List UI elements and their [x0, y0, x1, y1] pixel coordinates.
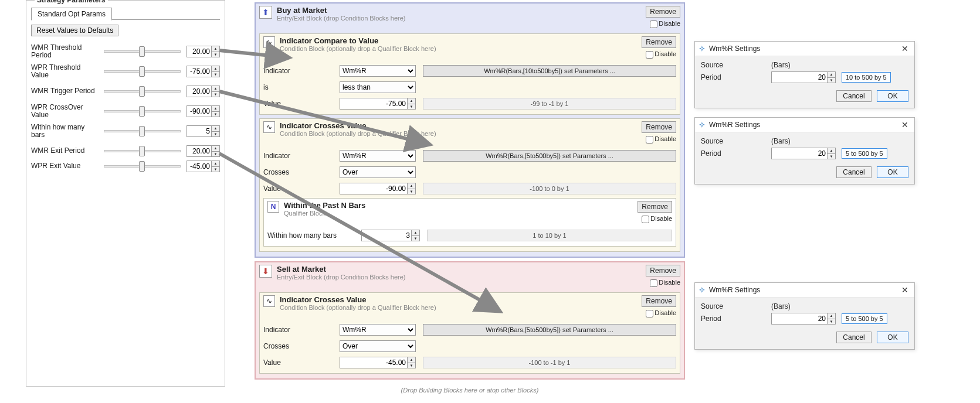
spin-up-icon[interactable]: ▲: [211, 146, 219, 152]
remove-button[interactable]: Remove: [642, 295, 676, 307]
indicator-params-button[interactable]: Wm%R(Bars,[5to500by5]) set Parameters ..…: [423, 324, 676, 336]
spin-up-icon[interactable]: ▲: [407, 357, 415, 363]
spin-down-icon[interactable]: ▼: [211, 112, 219, 117]
param-label: WPR Exit Value: [31, 162, 98, 170]
spin-down-icon[interactable]: ▼: [827, 319, 835, 325]
wmr-settings-dialog-3[interactable]: ✧ Wm%R Settings ✕ Source(Bars) Period ▲▼…: [694, 282, 915, 350]
spin-up-icon[interactable]: ▲: [407, 183, 415, 189]
wmr-threshold-period-input[interactable]: [187, 46, 211, 57]
spin-up-icon[interactable]: ▲: [211, 161, 219, 167]
period-input[interactable]: [772, 72, 827, 83]
value-input[interactable]: [340, 183, 407, 194]
disable-checkbox[interactable]: Disable: [642, 308, 676, 319]
indicator-select[interactable]: Wm%R: [340, 324, 416, 336]
close-icon[interactable]: ✕: [899, 285, 911, 295]
wmr-threshold-period-slider[interactable]: [104, 50, 181, 53]
within-bars-slider[interactable]: [104, 130, 181, 132]
spin-up-icon[interactable]: ▲: [411, 230, 419, 236]
indicator-compare-block[interactable]: ∿ Indicator Compare to Value Condition B…: [259, 33, 680, 115]
spin-down-icon[interactable]: ▼: [211, 167, 219, 172]
spin-up-icon[interactable]: ▲: [211, 106, 219, 112]
value-input[interactable]: [340, 98, 407, 109]
range-button[interactable]: -99 to -1 by 1: [423, 98, 676, 110]
ok-button[interactable]: OK: [877, 166, 908, 178]
reset-defaults-button[interactable]: Reset Values to Defaults: [31, 25, 118, 36]
wmr-settings-dialog-1[interactable]: ✧ Wm%R Settings ✕ Source(Bars) Period ▲▼…: [694, 41, 915, 108]
period-input[interactable]: [772, 313, 827, 324]
spin-down-icon[interactable]: ▼: [411, 236, 419, 241]
wmr-exit-period-input[interactable]: [187, 146, 211, 156]
remove-button[interactable]: Remove: [646, 265, 680, 276]
disable-checkbox[interactable]: Disable: [642, 134, 676, 145]
spin-up-icon[interactable]: ▲: [827, 148, 835, 154]
wpr-crossover-value-slider[interactable]: [104, 110, 181, 112]
indicator-crosses-block[interactable]: ∿ Indicator Crosses Value Condition Bloc…: [259, 118, 680, 252]
indicator-icon: ∿: [263, 36, 275, 48]
disable-checkbox[interactable]: Disable: [642, 49, 676, 60]
indicator-params-button[interactable]: Wm%R(Bars,[10to500by5]) set Parameters .…: [423, 65, 676, 77]
close-icon[interactable]: ✕: [899, 44, 911, 53]
crosses-select[interactable]: Over: [340, 340, 416, 352]
disable-checkbox[interactable]: Disable: [637, 214, 672, 225]
range-button[interactable]: -100 to 0 by 1: [423, 183, 676, 194]
sell-entry-block[interactable]: ⬇ Sell at Market Entry/Exit Block (drop …: [255, 261, 685, 380]
spin-up-icon[interactable]: ▲: [827, 313, 835, 319]
value-input[interactable]: [340, 357, 407, 368]
range-button[interactable]: 1 to 10 by 1: [427, 230, 672, 241]
source-value: (Bars): [771, 61, 791, 69]
wpr-threshold-value-slider[interactable]: [104, 70, 181, 73]
spin-down-icon[interactable]: ▼: [211, 132, 219, 137]
period-input[interactable]: [772, 148, 827, 159]
spin-up-icon[interactable]: ▲: [211, 66, 219, 72]
indicator-select[interactable]: Wm%R: [340, 150, 416, 162]
spin-down-icon[interactable]: ▼: [827, 78, 835, 83]
crosses-select[interactable]: Over: [340, 166, 416, 178]
buy-entry-block[interactable]: ⬆ Buy at Market Entry/Exit Block (drop C…: [255, 2, 685, 258]
range-button[interactable]: -100 to -1 by 1: [423, 357, 676, 368]
wpr-threshold-value-input[interactable]: [187, 66, 211, 77]
remove-button[interactable]: Remove: [642, 121, 676, 133]
spin-down-icon[interactable]: ▼: [407, 189, 415, 194]
spin-down-icon[interactable]: ▼: [407, 363, 415, 368]
spin-down-icon[interactable]: ▼: [211, 72, 219, 77]
spin-down-icon[interactable]: ▼: [407, 104, 415, 110]
wpr-exit-value-input[interactable]: [187, 161, 211, 172]
remove-button[interactable]: Remove: [646, 6, 680, 18]
spin-up-icon[interactable]: ▲: [211, 46, 219, 52]
range-button[interactable]: 5 to 500 by 5: [842, 148, 887, 159]
disable-checkbox[interactable]: Disable: [646, 19, 680, 30]
wpr-crossover-value-input[interactable]: [187, 106, 211, 117]
close-icon[interactable]: ✕: [899, 120, 911, 129]
indicator-crosses-block[interactable]: ∿ Indicator Crosses Value Condition Bloc…: [259, 292, 680, 374]
cancel-button[interactable]: Cancel: [836, 90, 871, 102]
remove-button[interactable]: Remove: [642, 36, 676, 48]
wmr-settings-dialog-2[interactable]: ✧ Wm%R Settings ✕ Source(Bars) Period ▲▼…: [694, 117, 915, 185]
wmr-trigger-period-slider[interactable]: [104, 90, 181, 93]
wmr-exit-period-slider[interactable]: [104, 150, 181, 152]
indicator-params-button[interactable]: Wm%R(Bars,[5to500by5]) set Parameters ..…: [423, 150, 676, 162]
ok-button[interactable]: OK: [877, 90, 908, 102]
spin-up-icon[interactable]: ▲: [827, 72, 835, 78]
indicator-select[interactable]: Wm%R: [340, 65, 416, 77]
within-bars-input[interactable]: [362, 230, 411, 241]
within-past-n-bars-block[interactable]: N Within the Past N Bars Qualifier Block…: [263, 198, 676, 247]
disable-checkbox[interactable]: Disable: [646, 278, 680, 289]
within-bars-input[interactable]: [187, 126, 211, 136]
wpr-exit-value-slider[interactable]: [104, 165, 181, 168]
ok-button[interactable]: OK: [877, 332, 908, 343]
range-button[interactable]: 10 to 500 by 5: [842, 72, 891, 83]
cancel-button[interactable]: Cancel: [836, 332, 871, 343]
range-button[interactable]: 5 to 500 by 5: [842, 313, 887, 324]
spin-up-icon[interactable]: ▲: [407, 98, 415, 104]
spin-up-icon[interactable]: ▲: [211, 126, 219, 132]
wmr-trigger-period-input[interactable]: [187, 86, 211, 97]
spin-down-icon[interactable]: ▼: [211, 92, 219, 97]
tab-standard-opt-params[interactable]: Standard Opt Params: [31, 8, 112, 21]
remove-button[interactable]: Remove: [637, 201, 672, 213]
spin-down-icon[interactable]: ▼: [211, 52, 219, 57]
spin-down-icon[interactable]: ▼: [211, 152, 219, 157]
cancel-button[interactable]: Cancel: [836, 166, 871, 178]
operator-select[interactable]: less than: [340, 81, 416, 93]
spin-up-icon[interactable]: ▲: [211, 86, 219, 92]
spin-down-icon[interactable]: ▼: [827, 154, 835, 159]
